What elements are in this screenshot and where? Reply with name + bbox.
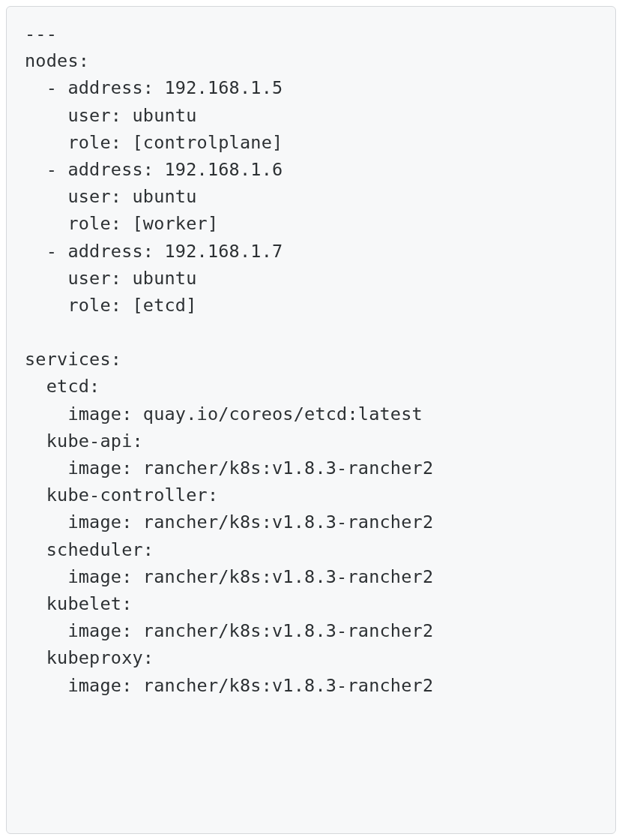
node-address: - address: 192.168.1.7	[25, 241, 283, 262]
node-user: user: ubuntu	[25, 186, 197, 207]
service-kubelet-image: image: rancher/k8s:v1.8.3-rancher2	[25, 620, 433, 641]
nodes-key: nodes:	[25, 50, 89, 71]
node-role: role: [worker]	[25, 213, 218, 234]
code-block: --- nodes: - address: 192.168.1.5 user: …	[6, 6, 616, 834]
services-key: services:	[25, 349, 121, 370]
node-address: - address: 192.168.1.6	[25, 159, 283, 180]
node-role: role: [controlplane]	[25, 132, 283, 153]
service-scheduler-key: scheduler:	[25, 539, 154, 560]
service-kubecontroller-key: kube-controller:	[25, 484, 218, 506]
service-etcd-image: image: quay.io/coreos/etcd:latest	[25, 404, 423, 424]
code-content: --- nodes: - address: 192.168.1.5 user: …	[25, 20, 597, 699]
service-kubeproxy-image: image: rancher/k8s:v1.8.3-rancher2	[25, 675, 433, 696]
service-kubeapi-image: image: rancher/k8s:v1.8.3-rancher2	[25, 458, 433, 478]
service-kubecontroller-image: image: rancher/k8s:v1.8.3-rancher2	[25, 512, 433, 532]
service-kubeapi-key: kube-api:	[25, 430, 143, 452]
node-address: - address: 192.168.1.5	[25, 77, 283, 98]
node-user: user: ubuntu	[25, 105, 197, 126]
service-scheduler-image: image: rancher/k8s:v1.8.3-rancher2	[25, 566, 433, 587]
node-user: user: ubuntu	[25, 268, 197, 289]
service-kubelet-key: kubelet:	[25, 593, 132, 614]
service-kubeproxy-key: kubeproxy:	[25, 647, 154, 668]
node-role: role: [etcd]	[25, 295, 197, 316]
service-etcd-key: etcd:	[25, 376, 100, 397]
yaml-header: ---	[25, 23, 57, 44]
